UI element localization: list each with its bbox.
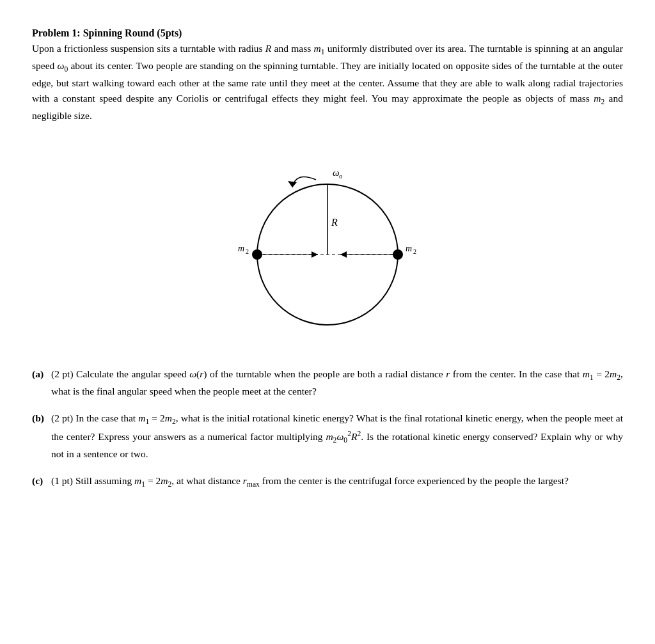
svg-marker-10 <box>340 251 347 258</box>
part-c: (c) (1 pt) Still assuming m1 = 2m2, at w… <box>32 473 623 491</box>
svg-text:m: m <box>238 244 244 253</box>
problem-label: Problem 1: <box>32 27 81 38</box>
part-a-label: (a) <box>32 366 51 399</box>
diagram: R ω o m 2 m 2 <box>32 136 623 347</box>
part-c-content: (1 pt) Still assuming m1 = 2m2, at what … <box>51 473 623 491</box>
svg-marker-8 <box>312 251 318 258</box>
diagram-svg: R ω o m 2 m 2 <box>219 136 436 347</box>
part-a-content: (2 pt) Calculate the angular speed ω(r) … <box>51 366 623 399</box>
part-b-content: (2 pt) In the case that m1 = 2m2, what i… <box>51 411 623 461</box>
svg-point-14 <box>393 249 403 260</box>
part-a: (a) (2 pt) Calculate the angular speed ω… <box>32 366 623 399</box>
part-b-label: (b) <box>32 411 51 461</box>
svg-text:ω: ω <box>333 168 340 178</box>
svg-text:o: o <box>339 172 343 180</box>
svg-point-11 <box>252 249 262 260</box>
intro-paragraph: Upon a frictionless suspension sits a tu… <box>32 41 623 123</box>
part-b: (b) (2 pt) In the case that m1 = 2m2, wh… <box>32 411 623 461</box>
part-c-label: (c) <box>32 473 51 491</box>
parts-list: (a) (2 pt) Calculate the angular speed ω… <box>32 366 623 491</box>
svg-text:2: 2 <box>413 248 416 255</box>
svg-marker-5 <box>288 181 297 187</box>
problem-title: Problem 1: Spinning Round (5pts) <box>32 27 182 38</box>
problem-subtitle: Spinning Round (5pts) <box>83 27 182 38</box>
svg-text:m: m <box>406 244 412 253</box>
svg-text:R: R <box>331 217 338 228</box>
svg-text:2: 2 <box>246 248 249 255</box>
problem-header: Problem 1: Spinning Round (5pts) <box>32 26 623 41</box>
